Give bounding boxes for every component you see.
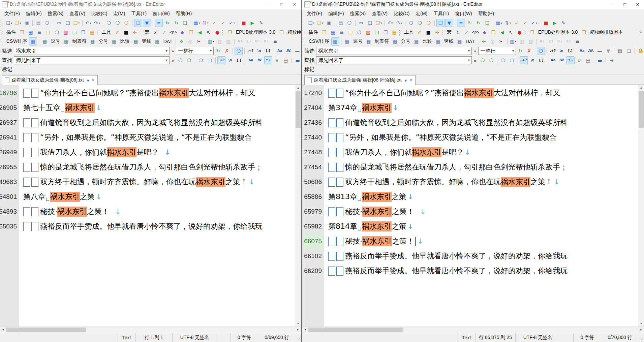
filter-whole-word-icon[interactable]: .W.	[284, 47, 293, 55]
plugin-lines-icon[interactable]: ≡	[35, 28, 43, 36]
scroll-up-icon[interactable]	[295, 85, 301, 91]
document-tab[interactable]: 踩着魔门妖女成为最强-幽祝[08 阡陌杨].txt	[304, 75, 416, 85]
find-go-icon[interactable]: ➜	[608, 56, 616, 64]
undo-icon[interactable]: ↶▾	[84, 19, 92, 27]
csv-heading-icon[interactable]: ◎	[489, 37, 497, 45]
line-text[interactable]: 第814章祸水东引之策↓	[324, 221, 638, 231]
editor-lines[interactable]: 16796“你为什么不自己问她呢？”燕裕使出祸水东引大法对付林柠，却又26905…	[0, 86, 295, 327]
find-previous-occurrence-icon[interactable]: ❍	[122, 19, 130, 27]
column-select-icon[interactable]: ▥▾	[509, 37, 517, 45]
new-file-icon[interactable]: ❏▾	[5, 19, 13, 27]
epub-script-icon[interactable]: ❐	[226, 28, 234, 36]
tool-console-icon[interactable]: ■	[424, 28, 432, 36]
find-brackets-icon[interactable]: [.]	[537, 56, 545, 64]
filter-apply-icon[interactable]: ❍	[537, 47, 545, 55]
scroll-left-icon[interactable]	[0, 327, 6, 333]
filter-input[interactable]: 祸水东引 ▼	[316, 47, 472, 55]
csv-more-icon[interactable]: ≡	[574, 37, 582, 45]
undo-icon[interactable]: ↶▾	[387, 19, 395, 27]
plugin-copy-doc-icon[interactable]: ❏	[44, 28, 52, 36]
edit-macro-icon[interactable]: ✎	[257, 19, 265, 27]
filter-off-icon[interactable]: ▼	[604, 47, 612, 55]
filter-minus-icon[interactable]: —	[293, 47, 301, 55]
filter-refresh-icon[interactable]: ↻	[516, 47, 524, 55]
cut-icon[interactable]: ✂	[357, 19, 365, 27]
close-button[interactable]: ✕	[288, 0, 301, 9]
menu-file[interactable]: 文件(F)	[304, 9, 325, 18]
find-input[interactable]: 师兄回来了 ▼	[14, 56, 170, 64]
csv-compare-icon[interactable]: ▦	[412, 37, 421, 45]
filter-clear-icon[interactable]: ✗	[223, 47, 231, 55]
jingjiao-script-icon[interactable]: ❐	[580, 28, 588, 36]
show-marks-icon[interactable]: ≡	[155, 19, 163, 27]
find-next-button-icon[interactable]: ❍	[185, 56, 193, 64]
line-number[interactable]: 65035	[0, 219, 19, 234]
line-number[interactable]: 65982	[302, 219, 324, 234]
minimize-button[interactable]: —	[263, 0, 275, 9]
epub-script-icon[interactable]: ❐	[528, 28, 536, 36]
run-macro-icon[interactable]: ▶	[551, 19, 559, 27]
print-icon[interactable]: ▤	[337, 19, 345, 27]
scroll-up-icon[interactable]	[638, 85, 644, 91]
filter-regex-icon[interactable]: .+?	[549, 47, 557, 55]
csv-standard-icon[interactable]: ▦	[29, 37, 37, 45]
line-text[interactable]: 秘技·祸水东引之策！↓	[324, 236, 638, 246]
find-whole-word-icon[interactable]: .W.	[255, 56, 264, 64]
vertical-scrollbar-thumb[interactable]	[296, 91, 301, 128]
find-incremental-icon[interactable]: ❍	[197, 56, 205, 64]
paste-icon[interactable]: ❐▾	[72, 19, 81, 27]
run-macro-icon[interactable]: ▶	[248, 19, 256, 27]
csv-split-icon[interactable]: ✂	[497, 37, 505, 45]
line-number[interactable]: 50606	[302, 175, 324, 189]
macro-check-doc-icon[interactable]: ✓	[160, 28, 168, 36]
find-previous-button-icon[interactable]: ❍	[479, 56, 487, 64]
print-icon[interactable]: ▤	[34, 19, 42, 27]
find-extract-icon[interactable]: ❏	[508, 56, 516, 64]
csv-semicolon-icon[interactable]: ▦	[89, 37, 97, 45]
find-count-icon[interactable]: #	[575, 56, 583, 64]
filter-input[interactable]: 祸水东引 ▼	[14, 47, 170, 55]
plugin-numbering-icon[interactable]: ▦	[390, 28, 398, 36]
line-number[interactable]: 49683	[0, 175, 19, 189]
maximize-button[interactable]: □	[275, 0, 288, 9]
horizontal-scrollbar[interactable]	[0, 327, 301, 333]
cut-icon[interactable]: ✂	[55, 19, 63, 27]
filter-apply-icon[interactable]: ❍	[235, 47, 243, 55]
new-file-icon[interactable]: ❏▾	[307, 19, 315, 27]
line-number[interactable]: 65886	[302, 189, 324, 204]
menu-view[interactable]: 查看(V)	[369, 9, 391, 18]
csv-semicolon-icon[interactable]: ▦	[391, 37, 399, 45]
filter-toolbar-icon[interactable]: ▼	[143, 19, 151, 27]
filter-toolbar-icon[interactable]: ▼	[445, 19, 453, 27]
line-text[interactable]: 我借刀杀人，你们就祸水东引是吧？↓	[324, 147, 638, 157]
checkbox-options-icon[interactable]: ✓▾	[228, 19, 236, 27]
menu-edit[interactable]: 编辑(E)	[325, 9, 347, 18]
horizontal-scrollbar-thumb[interactable]	[6, 328, 86, 332]
overflow-chevron-icon[interactable]: »	[474, 49, 476, 54]
filter-doc-plain-icon[interactable]: ❏	[625, 47, 633, 55]
macro-record-icon[interactable]: ●	[213, 28, 221, 36]
stop-macro-icon[interactable]: ■	[240, 19, 248, 27]
find-escape-icon[interactable]: \n	[226, 56, 234, 64]
line-text[interactable]: “另外，如果我是你。”神原死灭微笑说道，“不是正在为联盟貌合	[19, 132, 295, 143]
line-text[interactable]: 第813章祸水东引之策↓	[324, 192, 638, 202]
line-text[interactable]: “你为什么不自己问她呢？”燕裕使出祸水东引大法对付林柠，却又	[19, 88, 295, 98]
line-text[interactable]: 燕裕反而举手赞成。他早就看唐小怜不爽了，说好的劝架，你给我玩	[19, 221, 295, 231]
plugin-open-folder-icon[interactable]: ❒	[18, 28, 26, 36]
macro-find-folder-icon[interactable]: ❒	[187, 28, 195, 36]
menu-view[interactable]: 查看(V)	[66, 9, 88, 18]
tab-close-icon[interactable]	[92, 78, 95, 83]
chevron-down-icon[interactable]: ▼	[466, 49, 471, 53]
plugin-pages-icon[interactable]: ❐	[79, 28, 87, 36]
find-list-icon[interactable]: ▤	[282, 56, 290, 64]
column-sum-icon[interactable]: ▥	[527, 37, 535, 45]
save-icon[interactable]: ▣	[325, 19, 333, 27]
filter-mode-select[interactable]: 一整行 ▼	[176, 47, 214, 55]
find-match-case-icon[interactable]: Aa	[549, 56, 557, 64]
csv-dat-icon[interactable]: ▦	[456, 37, 464, 45]
scroll-down-icon[interactable]	[295, 321, 301, 327]
csv-tab-icon[interactable]: ▦	[62, 37, 70, 45]
print-preview-icon[interactable]: ❍	[43, 19, 51, 27]
line-text[interactable]: 第374章祸水东引↓	[324, 103, 638, 113]
copy-icon[interactable]: ❏	[366, 19, 374, 27]
